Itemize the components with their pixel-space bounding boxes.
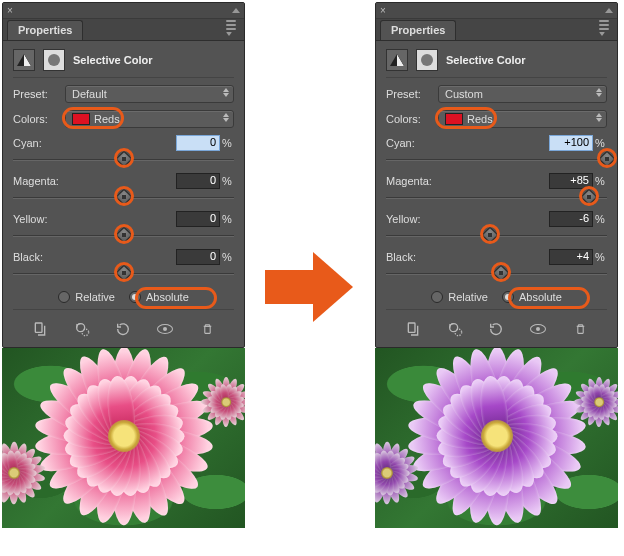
reset-icon[interactable]	[486, 321, 506, 337]
slider-label: Yellow:	[13, 213, 176, 225]
slider-label: Black:	[13, 251, 176, 263]
method-absolute-radio[interactable]: Absolute	[502, 291, 562, 303]
collapse-icon[interactable]	[232, 8, 240, 13]
slider-knob[interactable]	[581, 189, 598, 206]
slider-track[interactable]	[13, 230, 234, 242]
slider-value-input[interactable]: -6	[549, 211, 593, 227]
color-swatch-icon	[72, 113, 90, 125]
slider-knob[interactable]	[115, 227, 132, 244]
colors-value: Reds	[467, 113, 493, 125]
slider-value-input[interactable]: +4	[549, 249, 593, 265]
close-icon[interactable]: ×	[380, 6, 386, 16]
tab-properties[interactable]: Properties	[7, 20, 83, 40]
image-preview	[375, 348, 618, 528]
preset-label: Preset:	[13, 88, 59, 100]
slider-magenta: Magenta: 0 %	[13, 173, 234, 204]
clip-to-layer-icon[interactable]	[30, 321, 50, 337]
colors-value: Reds	[94, 113, 120, 125]
properties-panel: × Properties Selective Color Preset: Def…	[2, 2, 245, 348]
slider-knob[interactable]	[599, 151, 616, 168]
preset-value: Custom	[445, 88, 483, 100]
colors-label: Colors:	[386, 113, 432, 125]
colors-select[interactable]: Reds	[438, 110, 607, 128]
slider-value-input[interactable]: +85	[549, 173, 593, 189]
slider-label: Yellow:	[386, 213, 549, 225]
preset-select[interactable]: Custom	[438, 85, 607, 103]
chevron-updown-icon	[596, 113, 602, 122]
adjustment-icon[interactable]	[13, 49, 35, 71]
delete-icon[interactable]	[197, 321, 217, 337]
slider-knob[interactable]	[115, 265, 132, 282]
mask-icon[interactable]	[43, 49, 65, 71]
slider-knob[interactable]	[481, 227, 498, 244]
slider-black: Black: 0 %	[13, 249, 234, 280]
slider-magenta: Magenta: +85 %	[386, 173, 607, 204]
slider-label: Black:	[386, 251, 549, 263]
colors-select[interactable]: Reds	[65, 110, 234, 128]
percent-sign: %	[220, 175, 234, 187]
radio-icon	[431, 291, 443, 303]
preset-select[interactable]: Default	[65, 85, 234, 103]
slider-track[interactable]	[386, 192, 607, 204]
panel-footer	[386, 317, 607, 341]
svg-point-2	[82, 329, 89, 336]
slider-knob[interactable]	[115, 189, 132, 206]
slider-track[interactable]	[386, 268, 607, 280]
adjustment-title: Selective Color	[73, 54, 152, 66]
percent-sign: %	[593, 175, 607, 187]
tab-properties[interactable]: Properties	[380, 20, 456, 40]
collapse-icon[interactable]	[605, 8, 613, 13]
method-relative-radio[interactable]: Relative	[431, 291, 488, 303]
panel-menu-icon[interactable]	[226, 16, 240, 40]
visibility-icon[interactable]	[528, 321, 548, 337]
slider-knob[interactable]	[492, 265, 509, 282]
method-relative-radio[interactable]: Relative	[58, 291, 115, 303]
radio-label: Absolute	[519, 291, 562, 303]
slider-knob[interactable]	[115, 151, 132, 168]
view-previous-icon[interactable]	[72, 321, 92, 337]
slider-track[interactable]	[13, 154, 234, 166]
slider-value-input[interactable]: 0	[176, 211, 220, 227]
slider-value-input[interactable]: 0	[176, 173, 220, 189]
colors-label: Colors:	[13, 113, 59, 125]
slider-yellow: Yellow: -6 %	[386, 211, 607, 242]
radio-label: Absolute	[146, 291, 189, 303]
color-swatch-icon	[445, 113, 463, 125]
svg-rect-3	[204, 326, 209, 333]
panel-menu-icon[interactable]	[599, 16, 613, 40]
chevron-updown-icon	[223, 88, 229, 97]
slider-value-input[interactable]: 0	[176, 135, 220, 151]
method-absolute-radio[interactable]: Absolute	[129, 291, 189, 303]
percent-sign: %	[220, 251, 234, 263]
tab-bar: Properties	[376, 19, 617, 41]
view-previous-icon[interactable]	[445, 321, 465, 337]
radio-label: Relative	[75, 291, 115, 303]
delete-icon[interactable]	[570, 321, 590, 337]
clip-to-layer-icon[interactable]	[403, 321, 423, 337]
slider-value-input[interactable]: 0	[176, 249, 220, 265]
reset-icon[interactable]	[113, 321, 133, 337]
slider-label: Magenta:	[13, 175, 176, 187]
svg-point-6	[455, 329, 462, 336]
slider-label: Cyan:	[13, 137, 176, 149]
percent-sign: %	[220, 137, 234, 149]
slider-track[interactable]	[13, 268, 234, 280]
adjustment-icon[interactable]	[386, 49, 408, 71]
transition-arrow	[245, 2, 375, 547]
close-icon[interactable]: ×	[7, 6, 13, 16]
slider-yellow: Yellow: 0 %	[13, 211, 234, 242]
slider-track[interactable]	[13, 192, 234, 204]
preset-value: Default	[72, 88, 107, 100]
slider-cyan: Cyan: +100 %	[386, 135, 607, 166]
svg-rect-4	[408, 323, 415, 332]
mask-icon[interactable]	[416, 49, 438, 71]
svg-rect-0	[35, 323, 42, 332]
slider-label: Cyan:	[386, 137, 549, 149]
image-preview	[2, 348, 245, 528]
visibility-icon[interactable]	[155, 321, 175, 337]
slider-track[interactable]	[386, 230, 607, 242]
preset-label: Preset:	[386, 88, 432, 100]
slider-track[interactable]	[386, 154, 607, 166]
percent-sign: %	[593, 137, 607, 149]
slider-value-input[interactable]: +100	[549, 135, 593, 151]
